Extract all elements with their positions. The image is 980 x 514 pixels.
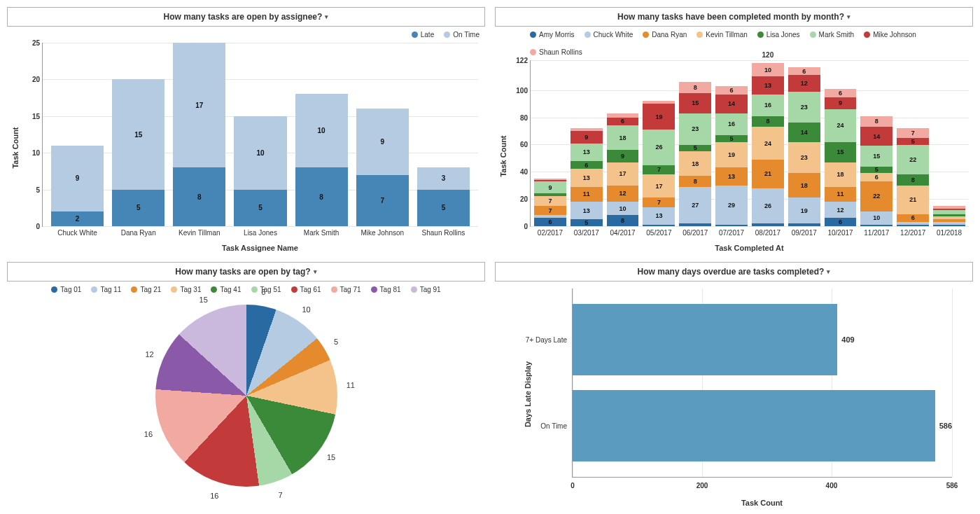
bar-segment: 6 bbox=[788, 67, 820, 76]
bar-column[interactable]: 79Mike Johnson bbox=[356, 43, 409, 226]
legend-item[interactable]: Tag 51 bbox=[251, 286, 281, 293]
bar-segment: 6 bbox=[825, 89, 857, 97]
legend-item[interactable]: Mark Smith bbox=[810, 31, 855, 39]
legend-item[interactable]: Chuck White bbox=[584, 31, 634, 39]
bar-segment: 13 bbox=[752, 76, 784, 94]
legend: LateOn Time bbox=[7, 27, 485, 43]
bar-column[interactable]: 810Mark Smith bbox=[295, 43, 348, 226]
legend-item[interactable]: Tag 81 bbox=[371, 286, 401, 293]
bar-segment: 15 bbox=[825, 142, 857, 162]
legend-item[interactable]: Tag 61 bbox=[291, 286, 321, 293]
bar-segment: 12 bbox=[788, 75, 820, 91]
bar-segment: 8 bbox=[860, 116, 892, 127]
legend-dot-icon bbox=[643, 32, 649, 38]
bar-segment: 13 bbox=[570, 202, 603, 219]
legend: Amy MorrisChuck WhiteDana RyanKevin Till… bbox=[495, 27, 973, 60]
legend-item[interactable]: Lisa Jones bbox=[757, 31, 800, 39]
legend-item[interactable]: Shaun Rollins bbox=[530, 48, 582, 56]
bar-column[interactable]: 2781852315806/2017 bbox=[679, 60, 711, 226]
bar-segment: 3 bbox=[417, 167, 470, 189]
panel-header[interactable]: How many days overdue are tasks complete… bbox=[495, 262, 973, 282]
x-tick-label: Lisa Jones bbox=[244, 226, 277, 237]
x-tick-label: 12/2017 bbox=[900, 226, 925, 237]
bar-segment: 10 bbox=[860, 211, 892, 225]
bar-column[interactable]: 29Chuck White bbox=[51, 43, 104, 226]
x-tick-label: 06/2017 bbox=[682, 226, 708, 237]
bar-column[interactable]: 612111815249610/2017 bbox=[825, 60, 857, 226]
legend-item[interactable]: On Time bbox=[444, 31, 479, 39]
bar-column[interactable]: 817Kevin Tillman bbox=[173, 43, 225, 226]
y-axis-label: Task Count bbox=[499, 135, 507, 176]
pie-disc bbox=[155, 305, 337, 487]
legend-item[interactable]: Tag 21 bbox=[131, 286, 161, 293]
bar-column[interactable]: 6218225712/2017 bbox=[897, 60, 929, 226]
x-tick-label: 400 bbox=[826, 482, 838, 489]
legend-label: Tag 01 bbox=[60, 286, 81, 293]
bar-column[interactable]: 191823142312609/2017 bbox=[788, 60, 820, 226]
legend-item[interactable]: Tag 41 bbox=[211, 286, 241, 293]
hbar-row[interactable]: 586On Time bbox=[573, 390, 952, 461]
legend-item[interactable]: Tag 31 bbox=[171, 286, 201, 293]
x-tick-label: 03/2017 bbox=[574, 226, 599, 237]
caret-down-icon: ▾ bbox=[827, 268, 830, 275]
panel-title: How many tasks are open by assignee? bbox=[164, 12, 323, 22]
legend-item[interactable]: Tag 71 bbox=[331, 286, 361, 293]
legend-dot-icon bbox=[530, 32, 536, 38]
bar-segment: 7 bbox=[643, 165, 675, 175]
bar-column[interactable]: 1022651514811/2017 bbox=[860, 60, 892, 226]
bar-column[interactable]: 515Dana Ryan bbox=[112, 43, 164, 226]
bar-column[interactable]: 137177261905/2017 bbox=[643, 60, 675, 226]
bar-segment: 8 bbox=[173, 167, 225, 226]
legend-dot-icon bbox=[530, 49, 536, 55]
bar-segment: 14 bbox=[860, 127, 892, 146]
x-tick-label: Chuck White bbox=[57, 226, 97, 237]
bar-column[interactable]: 53Shaun Rollins bbox=[417, 43, 470, 226]
bar-segment: 9 bbox=[607, 150, 639, 162]
panel-header[interactable]: How many tasks are open by assignee? ▾ bbox=[7, 7, 485, 27]
hbar-row[interactable]: 4097+ Days Late bbox=[573, 304, 952, 375]
bar-column[interactable]: 677902/2017 bbox=[534, 60, 566, 226]
bar-segment: 13 bbox=[570, 169, 603, 186]
legend-dot-icon bbox=[251, 286, 258, 293]
legend-label: Late bbox=[421, 31, 434, 39]
bar-column[interactable]: 29131951614607/2017 bbox=[715, 60, 748, 226]
legend-item[interactable]: Tag 11 bbox=[91, 286, 121, 293]
panel-completed-by-month: How many tasks have been completed month… bbox=[495, 7, 973, 252]
legend-item[interactable]: Amy Morris bbox=[530, 31, 575, 39]
bar-segment: 19 bbox=[715, 142, 748, 168]
bar-segment: 18 bbox=[607, 125, 639, 150]
x-tick-label: 05/2017 bbox=[646, 226, 671, 237]
hbar-fill bbox=[573, 390, 935, 461]
bar-column[interactable]: 01/2018 bbox=[933, 60, 965, 226]
legend-dot-icon bbox=[211, 286, 217, 293]
bar-column[interactable]: 262124816131012008/2017 bbox=[752, 60, 784, 226]
legend-item[interactable]: Kevin Tillman bbox=[696, 31, 747, 39]
bar-segment: 8 bbox=[679, 82, 711, 93]
legend-item[interactable]: Dana Ryan bbox=[643, 31, 687, 39]
panel-header[interactable]: How many tasks have been completed month… bbox=[495, 7, 973, 27]
bar-segment: 12 bbox=[607, 186, 639, 202]
panel-header[interactable]: How many tasks are open by tag? ▾ bbox=[7, 262, 485, 282]
bar-segment: 23 bbox=[679, 113, 711, 145]
x-axis-label: Task Count bbox=[572, 497, 952, 507]
bar-segment: 10 bbox=[295, 94, 348, 167]
caret-down-icon: ▾ bbox=[325, 13, 328, 20]
legend-item[interactable]: Late bbox=[412, 31, 434, 39]
pie-slice-label: 15 bbox=[200, 296, 208, 304]
bar-segment: 8 bbox=[752, 116, 784, 127]
bar-segment: 9 bbox=[825, 97, 857, 109]
x-tick-label: 09/2017 bbox=[792, 226, 817, 237]
pie-slice-label: 16 bbox=[144, 430, 153, 438]
bar-segment: 13 bbox=[643, 207, 675, 225]
legend-dot-icon bbox=[810, 32, 816, 38]
bar-column[interactable]: 510Lisa Jones bbox=[234, 43, 286, 226]
bar-segment: 2 bbox=[51, 211, 104, 226]
bar-column[interactable]: 8101217918604/2017 bbox=[607, 60, 639, 226]
legend-item[interactable]: Mike Johnson bbox=[864, 31, 916, 39]
bar-segment: 7 bbox=[356, 175, 409, 226]
legend-item[interactable]: Tag 01 bbox=[51, 286, 81, 293]
panel-days-overdue: How many days overdue are tasks complete… bbox=[495, 262, 973, 507]
legend-dot-icon bbox=[757, 32, 764, 38]
legend-item[interactable]: Tag 91 bbox=[411, 286, 441, 293]
bar-column[interactable]: 5131113613903/2017 bbox=[570, 60, 603, 226]
